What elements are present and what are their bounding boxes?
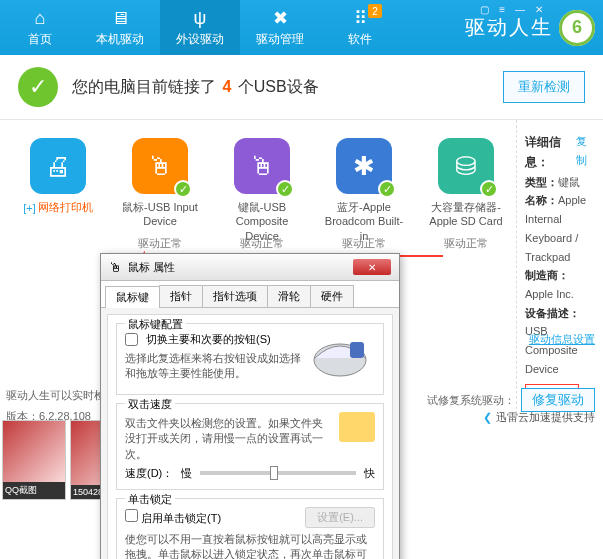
- keyboard-mouse-icon: 🖱✓: [234, 138, 290, 194]
- copy-link[interactable]: 复制: [576, 132, 595, 173]
- device-status: 驱动正常: [240, 236, 284, 251]
- ok-badge-icon: ✓: [480, 180, 498, 198]
- tab-label: 软件: [348, 31, 372, 48]
- top-nav: ⌂首页 🖥本机驱动 ψ外设驱动 ✖驱动管理 ⠿软件2 ▢ ≡ — ✕ 驱动人生 …: [0, 0, 603, 55]
- badge-count: 2: [368, 4, 382, 18]
- folder-icon[interactable]: [339, 412, 375, 442]
- home-icon: ⌂: [35, 8, 46, 29]
- device-status: 驱动正常: [342, 236, 386, 251]
- group-title: 双击速度: [125, 397, 175, 412]
- xunlei-credit: ❮迅雷云加速提供支持: [483, 410, 595, 425]
- tab-peripheral-driver[interactable]: ψ外设驱动: [160, 0, 240, 55]
- fast-label: 快: [364, 466, 375, 481]
- dialog-body: 鼠标键配置 切换主要和次要的按钮(S) 选择此复选框来将右按钮设成如选择和拖放等…: [107, 314, 393, 559]
- settings-button[interactable]: 设置(E)...: [305, 507, 375, 528]
- printer-icon: 🖨: [30, 138, 86, 194]
- device-name: 鼠标-USB Input Device: [120, 200, 200, 228]
- dialog-close-button[interactable]: ✕: [353, 259, 391, 275]
- group-click-lock: 单击锁定 启用单击锁定(T) 设置(E)... 使您可以不用一直按着鼠标按钮就可…: [116, 498, 384, 559]
- slow-label: 慢: [181, 466, 192, 481]
- ok-badge-icon: ✓: [174, 180, 192, 198]
- thumbnail[interactable]: QQ截图: [2, 420, 66, 500]
- dialog-tabs: 鼠标键 指针 指针选项 滑轮 硬件: [101, 281, 399, 308]
- mouse-illustration: [305, 332, 375, 380]
- bird-icon: ❮: [483, 411, 492, 423]
- tab-hardware[interactable]: 硬件: [310, 285, 354, 307]
- banner-text: 您的电脑目前链接了 4 个USB设备: [72, 77, 319, 98]
- monitor-icon: 🖥: [111, 8, 129, 29]
- footer-right: 试修复系统驱动：修复驱动: [427, 388, 595, 412]
- rescan-button[interactable]: 重新检测: [503, 71, 585, 103]
- tab-label: 首页: [28, 31, 52, 48]
- click-lock-checkbox[interactable]: 启用单击锁定(T): [125, 509, 221, 526]
- speed-label: 速度(D)：: [125, 466, 173, 481]
- tab-label: 本机驱动: [96, 31, 144, 48]
- device-name: 蓝牙-Apple Broadcom Built-in: [324, 200, 404, 228]
- mouse-icon: 🖱: [109, 260, 122, 275]
- plus-icon: [+]: [23, 202, 36, 214]
- group-desc: 双击文件夹以检测您的设置。如果文件夹没打开或关闭，请用慢一点的设置再试一次。: [125, 416, 375, 462]
- detail-title: 详细信息：复制: [525, 132, 595, 173]
- group-button-config: 鼠标键配置 切换主要和次要的按钮(S) 选择此复选框来将右按钮设成如选择和拖放等…: [116, 323, 384, 395]
- group-double-click: 双击速度 双击文件夹以检测您的设置。如果文件夹没打开或关闭，请用慢一点的设置再试…: [116, 403, 384, 490]
- tab-pointer-options[interactable]: 指针选项: [202, 285, 268, 307]
- svg-rect-1: [350, 342, 364, 358]
- network-print-link[interactable]: [+]网络打印机: [23, 200, 93, 215]
- brand-text: 驱动人生: [465, 14, 553, 41]
- brand: 驱动人生 6: [465, 0, 595, 55]
- group-title: 鼠标键配置: [125, 317, 186, 332]
- apps-icon: ⠿: [354, 7, 367, 29]
- device-status: 驱动正常: [138, 236, 182, 251]
- device-name: 键鼠-USB Composite Device: [222, 200, 302, 228]
- tab-driver-manage[interactable]: ✖驱动管理: [240, 0, 320, 55]
- detail-panel: 详细信息：复制 类型：键鼠 名称：Apple Internal Keyboard…: [516, 120, 603, 419]
- device-status: 驱动正常: [444, 236, 488, 251]
- ok-badge-icon: ✓: [276, 180, 294, 198]
- device-printer[interactable]: 🖨 [+]网络打印机: [18, 138, 98, 419]
- status-banner: ✓ 您的电脑目前链接了 4 个USB设备 重新检测: [0, 55, 603, 120]
- tab-wheel[interactable]: 滑轮: [267, 285, 311, 307]
- brand-logo-icon: 6: [559, 10, 595, 46]
- detail-vendor: Apple Inc.: [525, 288, 574, 300]
- tab-home[interactable]: ⌂首页: [0, 0, 80, 55]
- ok-badge-icon: ✓: [378, 180, 396, 198]
- tab-pointer[interactable]: 指针: [159, 285, 203, 307]
- swap-buttons-checkbox[interactable]: 切换主要和次要的按钮(S): [125, 332, 305, 347]
- detail-type: 键鼠: [558, 176, 580, 188]
- device-storage[interactable]: ⛁✓ 大容量存储器-Apple SD Card 驱动正常: [426, 138, 506, 419]
- tab-label: 外设驱动: [176, 31, 224, 48]
- device-name: 大容量存储器-Apple SD Card: [426, 200, 506, 228]
- dialog-title: 鼠标 属性: [128, 260, 175, 275]
- repair-driver-button[interactable]: 修复驱动: [521, 388, 595, 412]
- tab-buttons[interactable]: 鼠标键: [105, 286, 160, 308]
- drive-icon: ⛁✓: [438, 138, 494, 194]
- speed-slider[interactable]: [200, 471, 356, 475]
- check-icon: ✓: [18, 67, 58, 107]
- mouse-icon: 🖱✓: [132, 138, 188, 194]
- tab-local-driver[interactable]: 🖥本机驱动: [80, 0, 160, 55]
- dialog-titlebar[interactable]: 🖱 鼠标 属性 ✕: [101, 254, 399, 281]
- wrench-icon: ✖: [273, 7, 288, 29]
- usb-icon: ψ: [194, 8, 207, 29]
- tab-software[interactable]: ⠿软件2: [320, 0, 400, 55]
- bluetooth-icon: ✱✓: [336, 138, 392, 194]
- mouse-properties-dialog: 🖱 鼠标 属性 ✕ 鼠标键 指针 指针选项 滑轮 硬件 鼠标键配置 切换主要和次…: [100, 253, 400, 559]
- group-desc: 使您可以不用一直按着鼠标按钮就可以高亮显示或拖拽。单击鼠标以进入锁定状态，再次单…: [125, 532, 375, 559]
- driver-info-settings-link[interactable]: 驱动信息设置: [529, 330, 595, 349]
- tab-label: 驱动管理: [256, 31, 304, 48]
- group-title: 单击锁定: [125, 492, 175, 507]
